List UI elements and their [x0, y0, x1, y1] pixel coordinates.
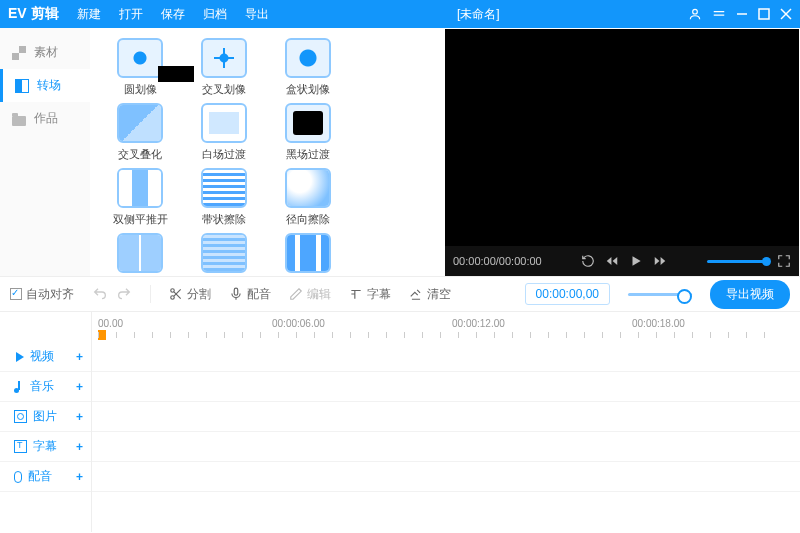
auto-align-toggle[interactable]: 自动对齐 [10, 286, 74, 303]
time-ruler[interactable]: 00.0000:00:06.0000:00:12.0000:00:18.00 [92, 312, 800, 342]
track-lane[interactable] [92, 342, 800, 372]
volume-slider[interactable] [707, 260, 767, 263]
redaction-mask [158, 66, 194, 82]
track-label: 图片 [33, 408, 57, 425]
close-button[interactable] [780, 8, 792, 20]
checkbox-icon [10, 288, 22, 300]
transition-item[interactable]: 双侧平推开 [98, 168, 182, 227]
transition-thumb-icon [117, 168, 163, 208]
edit-button[interactable]: 编辑 [289, 286, 331, 303]
transition-thumb-icon [201, 103, 247, 143]
svg-point-6 [171, 296, 175, 300]
note-icon [14, 381, 24, 393]
sidebar-item-works[interactable]: 作品 [0, 102, 90, 135]
transition-thumb-icon [285, 233, 331, 273]
transition-thumb-icon [285, 168, 331, 208]
clear-button[interactable]: 清空 [409, 286, 451, 303]
transition-thumb-icon [117, 38, 163, 78]
transition-thumb-icon [201, 168, 247, 208]
sidebar-item-material[interactable]: 素材 [0, 36, 90, 69]
menu-new[interactable]: 新建 [77, 6, 101, 23]
subtitle-button[interactable]: 字幕 [349, 286, 391, 303]
transition-item[interactable] [266, 233, 350, 276]
transition-icon [15, 79, 29, 93]
transition-thumb-icon [201, 38, 247, 78]
export-button[interactable]: 导出视频 [710, 280, 790, 309]
app-logo: EV 剪辑 [8, 5, 59, 23]
track-labels: 视频+音乐+图片+字幕+配音+ [0, 312, 92, 532]
zoom-slider[interactable] [628, 293, 692, 296]
transition-item[interactable]: 径向擦除 [266, 168, 350, 227]
forward-button[interactable] [653, 254, 667, 268]
playhead[interactable] [98, 330, 106, 340]
track-header[interactable]: 音乐+ [0, 372, 91, 402]
track-lane[interactable] [92, 462, 800, 492]
preview-pane: 00:00:00/00:00:00 [445, 29, 799, 276]
play-icon [16, 352, 24, 362]
transition-label: 圆划像 [98, 82, 182, 97]
menu-export[interactable]: 导出 [245, 6, 269, 23]
maximize-button[interactable] [758, 8, 770, 20]
video-preview[interactable] [451, 35, 793, 246]
track-lane[interactable] [92, 432, 800, 462]
sidebar-item-label: 素材 [34, 44, 58, 61]
split-button[interactable]: 分割 [169, 286, 211, 303]
redo-button[interactable] [116, 286, 132, 302]
transition-label: 交叉叠化 [98, 147, 182, 162]
add-track-button[interactable]: + [76, 410, 83, 424]
track-label: 字幕 [33, 438, 57, 455]
transition-item[interactable]: 黑场过渡 [266, 103, 350, 162]
add-track-button[interactable]: + [76, 440, 83, 454]
transition-item[interactable]: 白场过渡 [182, 103, 266, 162]
menu-save[interactable]: 保存 [161, 6, 185, 23]
mic-icon [14, 471, 22, 483]
document-title: [未命名] [457, 6, 500, 23]
transition-label: 黑场过渡 [266, 147, 350, 162]
track-lane[interactable] [92, 402, 800, 432]
transition-label: 白场过渡 [182, 147, 266, 162]
track-header[interactable]: 视频+ [0, 342, 91, 372]
transition-label: 带状擦除 [182, 212, 266, 227]
svg-point-0 [693, 9, 698, 14]
transition-thumb-icon [201, 233, 247, 273]
txt-icon [14, 440, 27, 453]
img-icon [14, 410, 27, 423]
transition-item[interactable]: 交叉划像 [182, 38, 266, 97]
transition-thumb-icon [117, 103, 163, 143]
sidebar-item-label: 转场 [37, 77, 61, 94]
rotate-icon[interactable] [581, 254, 595, 268]
track-label: 配音 [28, 468, 52, 485]
add-track-button[interactable]: + [76, 380, 83, 394]
track-header[interactable]: 配音+ [0, 462, 91, 492]
rewind-button[interactable] [605, 254, 619, 268]
menu-archive[interactable]: 归档 [203, 6, 227, 23]
sidebar-item-transition[interactable]: 转场 [0, 69, 90, 102]
undo-button[interactable] [92, 286, 108, 302]
timeline: 视频+音乐+图片+字幕+配音+ 00.0000:00:06.0000:00:12… [0, 312, 800, 532]
tracks-area[interactable]: 00.0000:00:06.0000:00:12.0000:00:18.00 [92, 312, 800, 532]
ruler-label: 00:00:18.00 [632, 318, 685, 329]
dub-button[interactable]: 配音 [229, 286, 271, 303]
transition-item[interactable] [182, 233, 266, 276]
fullscreen-button[interactable] [777, 254, 791, 268]
timecode-display[interactable]: 00:00:00,00 [525, 283, 610, 305]
add-track-button[interactable]: + [76, 470, 83, 484]
folder-icon [12, 116, 26, 126]
transition-item[interactable]: 带状擦除 [182, 168, 266, 227]
track-lane[interactable] [92, 372, 800, 402]
grid-icon [12, 46, 26, 60]
track-header[interactable]: 字幕+ [0, 432, 91, 462]
settings-icon[interactable] [712, 7, 726, 21]
minimize-button[interactable] [736, 8, 748, 20]
add-track-button[interactable]: + [76, 350, 83, 364]
transition-item[interactable]: 盒状划像 [266, 38, 350, 97]
sidebar: 素材 转场 作品 [0, 28, 90, 276]
transition-thumb-icon [285, 38, 331, 78]
play-button[interactable] [629, 254, 643, 268]
track-header[interactable]: 图片+ [0, 402, 91, 432]
transition-item[interactable]: 交叉叠化 [98, 103, 182, 162]
svg-rect-2 [759, 9, 769, 19]
transition-item[interactable] [98, 233, 182, 276]
user-icon[interactable] [688, 7, 702, 21]
menu-open[interactable]: 打开 [119, 6, 143, 23]
